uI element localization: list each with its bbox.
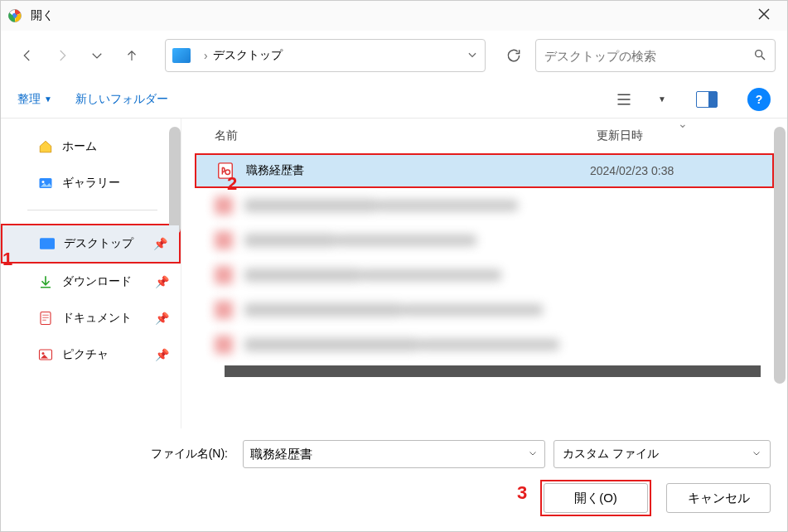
file-name: 職務経歴書 <box>246 163 590 178</box>
refresh-button[interactable] <box>497 39 530 72</box>
home-icon <box>37 139 54 154</box>
back-button[interactable] <box>12 41 42 70</box>
sidebar-desktop-label: デスクトップ <box>64 236 133 251</box>
dialog-footer: ファイル名(N): カスタム ファイル 開く(O) キャンセル <box>1 428 787 531</box>
sidebar-item-gallery[interactable]: ギャラリー <box>1 165 181 201</box>
annotation-box-3: 開く(O) <box>540 480 651 516</box>
column-name[interactable]: 名前 <box>215 128 597 143</box>
file-row-blurred <box>195 188 774 223</box>
file-horizontal-scrollbar[interactable] <box>225 365 761 377</box>
close-button[interactable] <box>747 8 781 23</box>
file-row-blurred <box>195 258 774 293</box>
file-date: 2024/02/23 0:38 <box>590 164 772 177</box>
documents-icon <box>37 311 54 326</box>
sort-caret-icon: ⌄ <box>678 118 688 130</box>
sidebar-item-pictures[interactable]: ピクチャ 📌 <box>1 336 181 373</box>
svg-point-8 <box>42 352 45 355</box>
sidebar-divider <box>27 210 157 210</box>
file-row-blurred <box>195 293 774 327</box>
sidebar-item-documents[interactable]: ドキュメント 📌 <box>1 300 181 336</box>
recent-dropdown[interactable] <box>82 41 112 70</box>
folder-icon <box>172 48 191 63</box>
pin-icon: 📌 <box>155 348 169 361</box>
sidebar: ホーム ギャラリー デスクトップ 📌 ダウンロード 📌 <box>1 118 181 428</box>
window-title: 開く <box>31 8 747 23</box>
filename-dropdown-icon[interactable] <box>528 447 538 461</box>
sidebar-documents-label: ドキュメント <box>62 311 132 326</box>
filename-input-wrap[interactable] <box>243 440 545 468</box>
open-file-dialog: 開く › デスクトップ 整理 ▼ 新しいフ <box>0 0 788 532</box>
annotation-box-1: デスクトップ 📌 <box>1 224 181 264</box>
sidebar-downloads-label: ダウンロード <box>62 274 132 289</box>
sidebar-item-desktop[interactable]: デスクトップ 📌 <box>2 225 179 262</box>
file-row-blurred <box>195 223 774 258</box>
svg-rect-5 <box>40 238 55 249</box>
filetype-dropdown-icon <box>752 447 761 461</box>
filename-label: ファイル名(N): <box>17 447 234 462</box>
address-bar[interactable]: › デスクトップ <box>165 39 486 72</box>
open-button[interactable]: 開く(O) <box>544 483 648 513</box>
svg-point-4 <box>42 181 45 183</box>
dialog-body: ホーム ギャラリー デスクトップ 📌 ダウンロード 📌 <box>1 118 787 428</box>
column-modified[interactable]: ⌄ 更新日時 <box>597 128 787 143</box>
organize-label: 整理 <box>17 92 41 107</box>
caret-down-icon: ▼ <box>44 94 52 104</box>
file-row-selected[interactable]: 職務経歴書 2024/02/23 0:38 <box>195 153 774 188</box>
up-button[interactable] <box>117 41 147 70</box>
view-mode-caret-icon[interactable]: ▼ <box>658 94 666 104</box>
file-type-label: カスタム ファイル <box>563 447 659 462</box>
file-row-blurred <box>195 327 774 362</box>
sidebar-gallery-label: ギャラリー <box>62 176 120 191</box>
forward-button[interactable] <box>47 41 77 70</box>
sidebar-item-home[interactable]: ホーム <box>1 128 181 165</box>
pin-icon: 📌 <box>153 237 167 250</box>
filename-row: ファイル名(N): カスタム ファイル <box>17 440 771 468</box>
pdf-icon <box>216 162 234 180</box>
help-button[interactable]: ? <box>747 88 771 111</box>
address-dropdown-icon[interactable] <box>467 49 478 63</box>
file-type-select[interactable]: カスタム ファイル <box>554 440 771 468</box>
svg-point-2 <box>756 50 762 56</box>
search-icon[interactable] <box>753 48 766 64</box>
desktop-icon <box>39 238 56 249</box>
search-input[interactable] <box>544 49 753 63</box>
cancel-button[interactable]: キャンセル <box>666 483 771 513</box>
pin-icon: 📌 <box>155 312 169 325</box>
chevron-right-icon: › <box>204 49 208 62</box>
title-bar: 開く <box>1 1 787 31</box>
filename-input[interactable] <box>250 447 528 462</box>
svg-rect-6 <box>41 312 51 325</box>
view-mode-button[interactable] <box>612 87 636 112</box>
search-box[interactable] <box>535 39 776 72</box>
toolbar: 整理 ▼ 新しいフォルダー ▼ ? <box>1 80 787 118</box>
preview-pane-button[interactable] <box>696 91 718 108</box>
file-list: 職務経歴書 2024/02/23 0:38 <box>181 153 787 428</box>
new-folder-button[interactable]: 新しいフォルダー <box>75 92 168 107</box>
breadcrumb-location: デスクトップ <box>213 48 467 63</box>
file-list-header: 名前 ⌄ 更新日時 <box>181 118 787 153</box>
downloads-icon <box>37 274 54 289</box>
file-area: 名前 ⌄ 更新日時 職務経歴書 2024/02/23 0:38 <box>181 118 787 428</box>
button-row: 開く(O) キャンセル <box>17 480 771 516</box>
sidebar-home-label: ホーム <box>62 139 97 154</box>
pin-icon: 📌 <box>155 275 169 288</box>
organize-menu[interactable]: 整理 ▼ <box>17 92 52 107</box>
sidebar-pictures-label: ピクチャ <box>62 347 109 362</box>
pictures-icon <box>37 347 54 362</box>
nav-row: › デスクトップ <box>1 31 787 80</box>
sidebar-item-downloads[interactable]: ダウンロード 📌 <box>1 264 181 300</box>
gallery-icon <box>37 176 54 191</box>
chrome-icon <box>7 8 22 23</box>
